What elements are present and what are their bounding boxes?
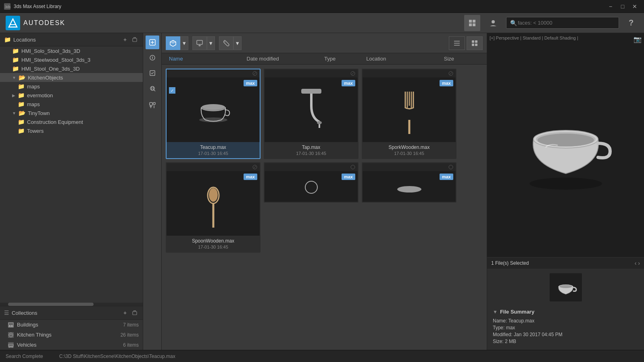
svg-rect-48	[475, 40, 477, 43]
collection-item-buildings[interactable]: Buildings 7 items	[0, 320, 143, 330]
cube-view-button[interactable]	[166, 36, 180, 50]
maximize-button[interactable]: □	[617, 2, 628, 10]
file-card-header	[363, 163, 456, 171]
search-input[interactable]	[506, 17, 619, 29]
preview-thumbnail	[550, 273, 582, 301]
col-date[interactable]: Date modified	[244, 55, 321, 63]
collection-item-kitchen[interactable]: Kitchen Things 26 items	[0, 330, 143, 340]
collection-label: Buildings	[17, 322, 38, 328]
file-grid: ✓ max Teacup.max	[162, 65, 487, 350]
tools-button[interactable]	[219, 36, 233, 50]
file-card-tap[interactable]: max Tap.max 17-0	[264, 69, 358, 159]
cube-dropdown-button[interactable]: ▾	[180, 36, 188, 50]
nav-icon-4[interactable]	[146, 82, 159, 95]
close-button[interactable]: ✕	[629, 2, 640, 10]
remove-collection-button[interactable]	[131, 309, 139, 317]
svg-rect-4	[469, 23, 472, 26]
tree-item-hmi-solo[interactable]: 📁 HMI_Solo_Stool_3ds_3D	[0, 46, 143, 55]
prev-button[interactable]: ‹	[635, 260, 637, 266]
file-thumb: max	[167, 171, 260, 236]
file-card-item6[interactable]: max	[362, 162, 456, 203]
tools-group: ▾	[219, 36, 242, 50]
locations-scrollbar[interactable]	[0, 303, 143, 306]
tree-item-label: Towers	[27, 128, 44, 134]
content-toolbar: ▾ ▾ ▾	[162, 33, 487, 53]
svg-point-80	[538, 134, 594, 146]
file-thumb: ✓ max	[167, 77, 260, 142]
nav-icon-2[interactable]	[146, 51, 159, 65]
library-view-button[interactable]	[464, 15, 480, 31]
collection-item-vehicles[interactable]: Vehicles 6 items	[0, 340, 143, 350]
svg-point-55	[202, 104, 225, 110]
help-button[interactable]: ?	[624, 16, 638, 30]
add-location-button[interactable]: +	[121, 36, 129, 44]
svg-rect-49	[472, 44, 474, 46]
file-type-badge: max	[342, 174, 355, 180]
nav-icon-3[interactable]	[146, 66, 159, 80]
locations-actions: +	[121, 36, 139, 44]
file-thumb: max	[363, 77, 456, 142]
remove-location-button[interactable]	[131, 36, 139, 44]
summary-size: Size: 2 MB	[493, 339, 638, 344]
file-card-spork[interactable]: max SporkWooden.max	[362, 69, 456, 159]
file-name: SporkWooden.max	[366, 144, 452, 150]
viewport-label: [+] Perspective | Standard | Default Sha…	[490, 36, 578, 40]
list-view-button[interactable]	[449, 36, 465, 50]
left-icon-strip	[143, 33, 162, 350]
tree-item-tinytown[interactable]: ▼ 📂 TinyTown	[0, 109, 143, 117]
file-summary: ▼ File Summary Name: Teacup.max Type: ma…	[487, 306, 644, 350]
folder-icon: 📁	[18, 92, 25, 98]
col-size[interactable]: Size	[441, 55, 483, 63]
tree-item-construction[interactable]: 📁 Construction Equipment	[0, 117, 143, 126]
tree-item-label: maps	[27, 84, 40, 90]
svg-rect-47	[472, 40, 474, 43]
minimize-button[interactable]: −	[605, 2, 616, 10]
svg-text:3ds: 3ds	[5, 5, 10, 9]
tools-dropdown-button[interactable]: ▾	[233, 36, 242, 50]
tree-item-evermotion[interactable]: ▶ 📁 evermotion	[0, 91, 143, 100]
import-button[interactable]	[192, 36, 207, 50]
nav-icon-1[interactable]	[146, 36, 159, 49]
tree-item-maps-2[interactable]: 📁 maps	[0, 100, 143, 109]
svg-rect-15	[8, 323, 13, 327]
file-date: 17-01-30 16:45	[170, 151, 256, 156]
chevron-icon: ▼	[493, 309, 498, 315]
col-location[interactable]: Location	[363, 55, 441, 63]
file-card-header	[167, 69, 260, 77]
svg-line-69	[254, 166, 256, 168]
svg-line-57	[352, 72, 354, 75]
summary-type: Type: max	[493, 325, 638, 331]
import-dropdown-button[interactable]: ▾	[207, 36, 215, 50]
tree-item-hmi-stool[interactable]: 📁 HMI_Stool_One_3ds_3D	[0, 64, 143, 73]
col-name[interactable]: Name	[166, 55, 244, 63]
preview-bottom: 1 File(s) Selected ‹ ›	[487, 257, 644, 350]
next-button[interactable]: ›	[638, 260, 640, 266]
tree-item-kitchen-objects[interactable]: ▼ 📂 KitchenObjects	[0, 73, 143, 82]
file-card-header	[167, 163, 260, 171]
svg-point-18	[9, 333, 13, 337]
tree-item-label: maps	[27, 101, 40, 107]
file-card-teacup[interactable]: ✓ max Teacup.max	[166, 69, 261, 159]
svg-point-74	[305, 181, 317, 193]
tree-item-label: Construction Equipment	[27, 119, 83, 125]
svg-rect-11	[133, 312, 137, 315]
nav-icon-5[interactable]	[146, 98, 159, 112]
add-collection-button[interactable]: +	[121, 309, 129, 317]
selected-label: 1 File(s) Selected	[491, 260, 529, 266]
file-card-item5[interactable]: max	[264, 162, 358, 203]
grid-view-button[interactable]	[467, 36, 483, 50]
file-type-badge: max	[440, 174, 453, 180]
file-type-badge: max	[342, 80, 355, 86]
tree-item-label: KitchenObjects	[28, 75, 63, 81]
file-card-spoon[interactable]: max SpoonWooden.max 17-01-30 16:45	[166, 162, 261, 253]
tree-item-hmi-steelwood[interactable]: 📁 HMI_Steelwood_Stool_3ds_3	[0, 55, 143, 64]
file-path: C:\3D Stuff\KitchenScene\KitchenObjects\…	[59, 354, 175, 359]
col-type[interactable]: Type	[321, 55, 363, 63]
sidebar-item-towers[interactable]: 📁 Towers	[0, 126, 143, 135]
user-button[interactable]	[485, 15, 501, 31]
sidebar: 📁 Locations + 📁 HMI_Solo_Stool_3ds_3D 📁 …	[0, 33, 143, 350]
tree-item-maps-1[interactable]: 📁 maps	[0, 82, 143, 91]
collections-tree: Buildings 7 items Kitchen Things 26 item…	[0, 320, 143, 350]
column-headers: Name Date modified Type Location Size	[162, 53, 487, 65]
locations-label: Locations	[13, 37, 119, 43]
